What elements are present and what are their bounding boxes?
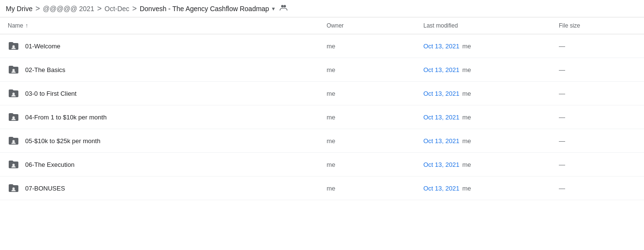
- shared-folder-icon: [8, 182, 19, 194]
- size-cell: —: [559, 43, 636, 50]
- modified-by: me: [462, 66, 471, 74]
- svg-point-7: [13, 164, 15, 166]
- file-name-text: 02-The Basics: [25, 66, 65, 74]
- owner-cell: me: [327, 114, 423, 121]
- table-row[interactable]: 04-From 1 to $10k per month me Oct 13, 2…: [0, 105, 644, 129]
- file-name-cell: 03-0 to First Client: [8, 88, 327, 99]
- svg-point-2: [13, 45, 15, 48]
- size-cell: —: [559, 161, 636, 168]
- file-list: 01-Welcome me Oct 13, 2021 me — 02-The B…: [0, 34, 644, 200]
- file-name-text: 05-$10k to $25k per month: [25, 137, 100, 145]
- modified-date: Oct 13, 2021: [423, 43, 459, 50]
- size-cell: —: [559, 90, 636, 97]
- size-cell: —: [559, 114, 636, 121]
- owner-cell: me: [327, 90, 423, 97]
- modified-date: Oct 13, 2021: [423, 161, 459, 168]
- modified-by: me: [462, 90, 471, 97]
- file-name-text: 07-BONUSES: [25, 185, 65, 192]
- size-cell: —: [559, 185, 636, 192]
- modified-date: Oct 13, 2021: [423, 114, 459, 121]
- table-row[interactable]: 07-BONUSES me Oct 13, 2021 me —: [0, 176, 644, 200]
- column-modified-header: Last modified: [423, 22, 559, 29]
- column-name-label: Name: [8, 22, 23, 29]
- svg-point-3: [13, 69, 15, 72]
- modified-date: Oct 13, 2021: [423, 137, 459, 145]
- table-row[interactable]: 03-0 to First Client me Oct 13, 2021 me …: [0, 82, 644, 105]
- svg-point-1: [284, 5, 286, 7]
- breadcrumb-folder-title[interactable]: Donvesh - The Agency Cashflow Roadmap: [140, 5, 269, 13]
- owner-cell: me: [327, 185, 423, 192]
- modified-by: me: [462, 137, 471, 145]
- file-name-cell: 02-The Basics: [8, 64, 327, 75]
- modified-cell: Oct 13, 2021 me: [423, 161, 559, 168]
- modified-date: Oct 13, 2021: [423, 66, 459, 74]
- table-row[interactable]: 06-The Execution me Oct 13, 2021 me —: [0, 153, 644, 176]
- modified-date: Oct 13, 2021: [423, 185, 459, 192]
- file-name-text: 03-0 to First Client: [25, 90, 76, 97]
- column-name-header[interactable]: Name ↑: [8, 22, 327, 29]
- modified-date: Oct 13, 2021: [423, 90, 459, 97]
- table-row[interactable]: 05-$10k to $25k per month me Oct 13, 202…: [0, 129, 644, 153]
- modified-by: me: [462, 114, 471, 121]
- table-row[interactable]: 01-Welcome me Oct 13, 2021 me —: [0, 34, 644, 58]
- share-icon[interactable]: [279, 3, 288, 14]
- owner-cell: me: [327, 66, 423, 74]
- owner-cell: me: [327, 43, 423, 50]
- owner-cell: me: [327, 137, 423, 145]
- file-name-cell: 04-From 1 to $10k per month: [8, 111, 327, 123]
- sort-arrow-icon: ↑: [25, 22, 28, 29]
- file-name-text: 01-Welcome: [25, 43, 60, 50]
- shared-folder-icon: [8, 64, 19, 75]
- table-header: Name ↑ Owner Last modified File size: [0, 17, 644, 34]
- shared-folder-icon: [8, 40, 19, 52]
- modified-cell: Oct 13, 2021 me: [423, 185, 559, 192]
- size-cell: —: [559, 66, 636, 74]
- owner-cell: me: [327, 161, 423, 168]
- file-name-cell: 07-BONUSES: [8, 182, 327, 194]
- shared-folder-icon: [8, 135, 19, 147]
- breadcrumb-oct-dec[interactable]: Oct-Dec: [105, 5, 129, 13]
- size-cell: —: [559, 137, 636, 145]
- modified-cell: Oct 13, 2021 me: [423, 66, 559, 74]
- file-name-cell: 05-$10k to $25k per month: [8, 135, 327, 147]
- breadcrumb: My Drive > @@@@@ 2021 > Oct-Dec > Donves…: [0, 0, 644, 17]
- modified-cell: Oct 13, 2021 me: [423, 137, 559, 145]
- svg-point-8: [13, 188, 15, 190]
- svg-point-5: [13, 117, 15, 119]
- modified-cell: Oct 13, 2021 me: [423, 90, 559, 97]
- svg-point-4: [13, 93, 15, 95]
- folder-dropdown-arrow[interactable]: ▾: [272, 5, 275, 12]
- breadcrumb-sep-2: >: [97, 4, 102, 13]
- file-name-cell: 06-The Execution: [8, 159, 327, 170]
- modified-cell: Oct 13, 2021 me: [423, 114, 559, 121]
- modified-by: me: [462, 185, 471, 192]
- modified-cell: Oct 13, 2021 me: [423, 43, 559, 50]
- svg-point-6: [13, 140, 15, 143]
- file-name-cell: 01-Welcome: [8, 40, 327, 52]
- shared-folder-icon: [8, 88, 19, 99]
- breadcrumb-sep-3: >: [132, 4, 136, 13]
- shared-folder-icon: [8, 159, 19, 170]
- column-owner-header: Owner: [327, 22, 423, 29]
- breadcrumb-sep-1: >: [35, 4, 40, 13]
- modified-by: me: [462, 161, 471, 168]
- column-size-header: File size: [559, 22, 636, 29]
- file-name-text: 04-From 1 to $10k per month: [25, 114, 106, 121]
- svg-point-0: [281, 5, 284, 7]
- file-name-text: 06-The Execution: [25, 161, 75, 168]
- table-row[interactable]: 02-The Basics me Oct 13, 2021 me —: [0, 58, 644, 82]
- breadcrumb-2021[interactable]: @@@@@ 2021: [43, 5, 94, 13]
- shared-folder-icon: [8, 111, 19, 123]
- breadcrumb-current-folder: Donvesh - The Agency Cashflow Roadmap ▾: [140, 5, 275, 13]
- breadcrumb-my-drive[interactable]: My Drive: [6, 5, 32, 13]
- modified-by: me: [462, 43, 471, 50]
